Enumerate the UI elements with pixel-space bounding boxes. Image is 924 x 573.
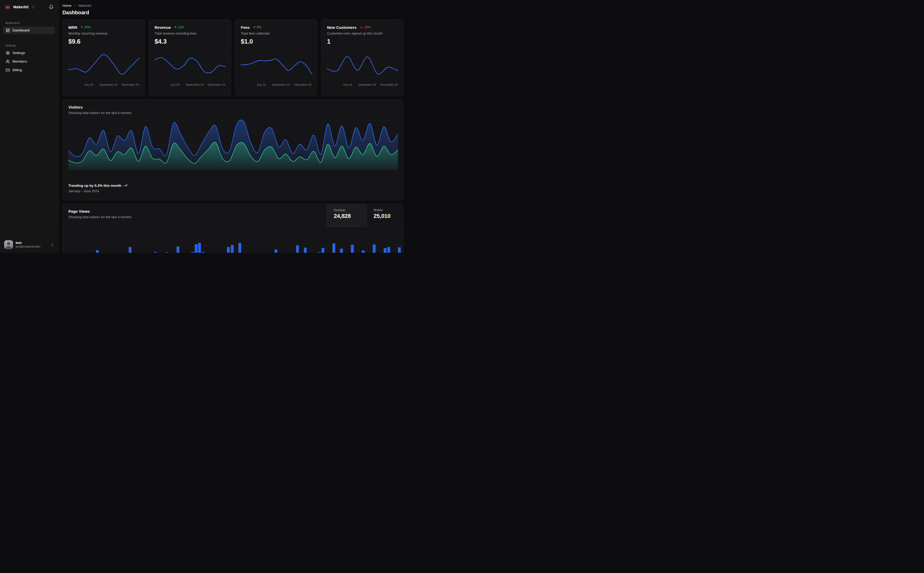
- makerkit-logo: m: [4, 4, 11, 10]
- visitors-subtitle: Showing total visitors for the last 6 mo…: [68, 111, 397, 115]
- page-views-bar: [238, 243, 241, 253]
- page-views-bar: [318, 252, 321, 253]
- user-email: test@makerkit.dev: [16, 245, 40, 249]
- page-views-bar: [129, 247, 132, 253]
- page-views-bar: [154, 252, 157, 253]
- stat-title: MRR: [68, 25, 77, 30]
- arrow-down-icon: [360, 26, 363, 29]
- visitors-card: Visitors Showing total visitors for the …: [63, 100, 403, 200]
- avatar: [4, 240, 13, 249]
- sparkline-axis: July 24September 24December 24: [155, 83, 225, 87]
- chevron-right-icon: [73, 4, 77, 7]
- visitors-title: Visitors: [68, 105, 397, 110]
- page-views-title: Page Views: [68, 209, 321, 213]
- stat-value: $4.3: [155, 38, 225, 45]
- trend-badge: 20%: [80, 25, 91, 29]
- desktop-count: 24,828: [334, 213, 364, 219]
- section-label-settings: Settings: [5, 44, 53, 47]
- page-views-bar: [340, 249, 343, 253]
- layout-dashboard-icon: [6, 28, 10, 33]
- sparkline-axis: July 24September 24December 24: [327, 83, 397, 87]
- user-menu[interactable]: test test@makerkit.dev: [3, 239, 55, 250]
- trend-badge: -25%: [360, 25, 371, 29]
- sparkline-axis: July 24September 24December 24: [68, 83, 139, 87]
- sidebar-item-billing[interactable]: Billing: [3, 66, 55, 74]
- page-views-card: Page Views Showing total visitors for th…: [63, 204, 403, 253]
- page-views-bar: [191, 252, 194, 253]
- page-views-bar: [198, 243, 201, 253]
- page-views-bar: [351, 245, 354, 253]
- sidebar: m Makerkit Application Dashboard Setting…: [0, 0, 58, 253]
- page-views-bar: [384, 248, 386, 253]
- sidebar-item-label: Dashboard: [13, 28, 30, 32]
- stat-card-new-customers: New Customers -25% Customers who signed …: [321, 19, 403, 96]
- stat-card-fees: Fees 9% Total fees collected $1.0 July 2…: [235, 19, 317, 96]
- page-views-bar: [304, 247, 307, 253]
- user-name: test: [16, 241, 40, 245]
- page-views-bar: [195, 244, 198, 253]
- page-views-bar: [322, 248, 325, 253]
- page-views-subtitle: Showing total visitors for the last 3 mo…: [68, 215, 321, 219]
- stat-card-revenue: Revenue 12% Total revenue including fees…: [149, 19, 231, 96]
- app-root: m Makerkit Application Dashboard Setting…: [0, 0, 408, 253]
- page-views-bar-chart: [63, 227, 403, 253]
- stat-value: $1.0: [241, 38, 311, 45]
- page-views-bar: [275, 249, 277, 253]
- page-views-bar: [227, 247, 230, 253]
- stat-description: Monthly recurring revenue: [68, 31, 139, 36]
- chevrons-up-down-icon: [31, 5, 35, 9]
- visitors-trend: Trending up by 5.2% this month: [68, 184, 397, 188]
- page-views-bar: [296, 245, 299, 253]
- sparkline-chart: [241, 50, 311, 80]
- visitors-range: January - June 2024: [68, 189, 397, 193]
- page-views-header: Page Views Showing total visitors for th…: [63, 204, 403, 227]
- workspace-name: Makerkit: [13, 5, 28, 9]
- sidebar-item-label: Members: [13, 59, 27, 63]
- stat-title: New Customers: [327, 25, 356, 30]
- toggle-mobile[interactable]: Mobile 25,010: [367, 204, 403, 227]
- stat-title: Fees: [241, 25, 250, 30]
- sparkline-chart: [155, 50, 225, 80]
- page-title: Dashboard: [63, 9, 403, 16]
- bell-icon[interactable]: [49, 4, 54, 10]
- sidebar-item-members[interactable]: Members: [3, 58, 55, 65]
- sidebar-item-label: Settings: [13, 51, 25, 55]
- breadcrumb-home[interactable]: Home: [63, 4, 72, 8]
- stat-value: $9.6: [68, 38, 139, 45]
- breadcrumb-current: Makerkit: [78, 4, 91, 8]
- stat-description: Total fees collected: [241, 31, 311, 36]
- page-views-bar: [387, 247, 390, 253]
- stat-title: Revenue: [155, 25, 171, 30]
- page-views-bar: [398, 247, 401, 253]
- toggle-desktop[interactable]: Desktop 24,828: [327, 204, 367, 227]
- stat-card-mrr: MRR 20% Monthly recurring revenue $9.6 J…: [63, 19, 145, 96]
- page-views-bar: [96, 250, 99, 253]
- section-label-application: Application: [5, 21, 53, 24]
- trending-up-icon: [124, 184, 127, 188]
- sparkline-chart: [327, 50, 397, 80]
- page-views-bar: [176, 246, 179, 253]
- page-views-bar: [165, 252, 168, 253]
- stat-description: Customers who signed up this month: [327, 31, 397, 36]
- trend-badge: 9%: [253, 25, 261, 29]
- stat-description: Total revenue including fees: [155, 31, 225, 36]
- stat-value: 1: [327, 38, 397, 45]
- page-views-bar: [202, 252, 204, 253]
- visitors-area-chart: [68, 119, 397, 170]
- breadcrumb: Home Makerkit: [63, 3, 403, 8]
- workspace-selector[interactable]: m Makerkit: [3, 3, 55, 12]
- sidebar-item-label: Billing: [13, 68, 22, 72]
- mobile-count: 25,010: [373, 213, 400, 219]
- page-views-bar: [373, 244, 376, 253]
- page-views-bar: [333, 243, 335, 253]
- arrow-up-icon: [174, 26, 177, 29]
- page-views-bar: [362, 250, 365, 253]
- user-info: test test@makerkit.dev: [16, 241, 40, 249]
- chevrons-up-down-icon: [51, 243, 54, 246]
- arrow-up-icon: [80, 26, 83, 29]
- credit-card-icon: [6, 68, 10, 72]
- gear-icon: [6, 51, 10, 55]
- sidebar-item-settings[interactable]: Settings: [3, 49, 55, 56]
- main-content: Home Makerkit Dashboard MRR 20% Monthly …: [58, 0, 408, 253]
- sidebar-item-dashboard[interactable]: Dashboard: [3, 27, 55, 34]
